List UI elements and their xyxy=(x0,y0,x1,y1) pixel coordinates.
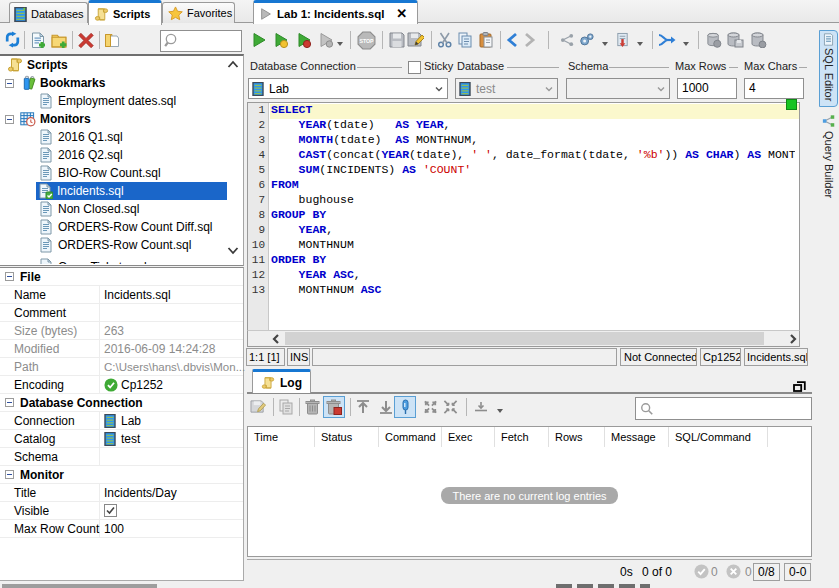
svg-text:STOP: STOP xyxy=(359,38,374,44)
